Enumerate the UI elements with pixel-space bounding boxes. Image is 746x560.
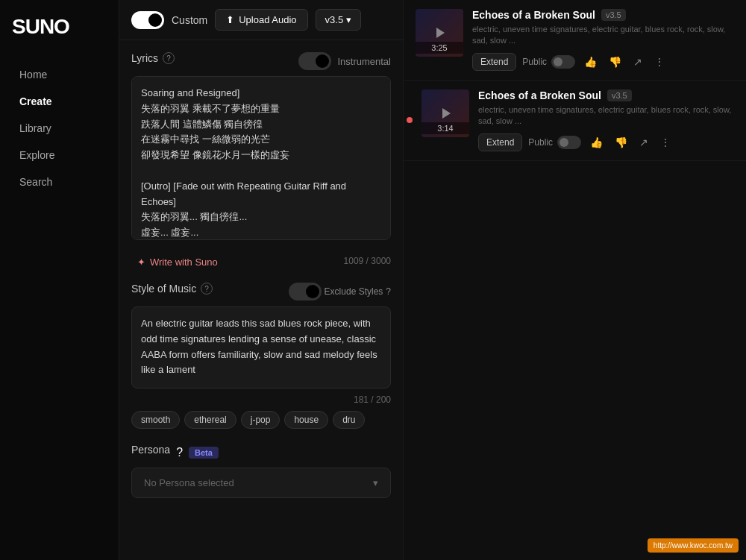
- exclude-help-icon[interactable]: ?: [386, 286, 391, 297]
- sidebar-item-search[interactable]: Search: [12, 170, 107, 194]
- more-button-2[interactable]: ⋮: [657, 133, 674, 151]
- sidebar-item-home[interactable]: Home: [12, 63, 107, 86]
- lyrics-footer: ✦ Write with Suno 1009 / 3000: [131, 248, 391, 271]
- upload-icon: ⬆: [226, 14, 234, 25]
- instrumental-switch[interactable]: [298, 52, 331, 70]
- song-card-2: 3:14 Echoes of a Broken Soul v3.5 electr…: [404, 81, 746, 161]
- upload-audio-button[interactable]: ⬆ Upload Audio: [215, 9, 307, 31]
- exclude-styles: Exclude Styles ?: [289, 283, 391, 301]
- style-tag-smooth[interactable]: smooth: [131, 411, 180, 429]
- style-textarea[interactable]: [131, 306, 391, 388]
- style-header: Style of Music ? Exclude Styles ?: [131, 283, 391, 301]
- song-title-row-2: Echoes of a Broken Soul v3.5: [478, 89, 734, 101]
- sparkle-icon: ✦: [137, 257, 145, 268]
- extend-button-1[interactable]: Extend: [472, 53, 516, 71]
- song-title-2: Echoes of a Broken Soul: [478, 89, 601, 101]
- song-title-row-1: Echoes of a Broken Soul v3.5: [472, 9, 734, 21]
- song-card: 3:25 Echoes of a Broken Soul v3.5 electr…: [404, 0, 746, 81]
- lyrics-textarea-wrapper: [131, 76, 391, 243]
- song-tags-2: electric, uneven time signatures, electr…: [478, 104, 734, 128]
- song-title-1: Echoes of a Broken Soul: [472, 9, 595, 21]
- song-duration-1: 3:25: [416, 42, 463, 54]
- style-section-label: Style of Music ?: [131, 283, 213, 295]
- more-button-1[interactable]: ⋮: [651, 53, 668, 71]
- sidebar-item-explore[interactable]: Explore: [12, 143, 107, 167]
- share-button-1[interactable]: ↗: [630, 53, 645, 71]
- lyrics-char-count: 1009 / 3000: [344, 256, 391, 266]
- song-version-1: v3.5: [601, 9, 626, 21]
- sidebar-nav: Home Create Library Explore Search: [12, 63, 107, 197]
- song-actions-1: Extend Public 👍 👎 ↗ ⋮: [472, 53, 734, 71]
- version-button[interactable]: v3.5 ▾: [316, 9, 362, 31]
- style-help-icon[interactable]: ?: [201, 283, 213, 295]
- public-switch-1[interactable]: [551, 55, 575, 69]
- playing-indicator: [407, 117, 413, 123]
- style-tag-house[interactable]: house: [284, 411, 328, 429]
- song-duration-2: 3:14: [421, 122, 469, 134]
- public-switch-2[interactable]: [557, 136, 581, 149]
- song-tags-1: electric, uneven time signatures, electr…: [472, 24, 734, 47]
- custom-label: Custom: [172, 14, 207, 26]
- extend-button-2[interactable]: Extend: [478, 133, 522, 151]
- beta-badge: Beta: [189, 447, 219, 459]
- exclude-styles-toggle[interactable]: [289, 283, 322, 301]
- style-tag-jpop[interactable]: j-pop: [241, 411, 280, 429]
- persona-section-label: Persona: [131, 444, 170, 456]
- sidebar: SUNO Home Create Library Explore Search: [0, 0, 119, 560]
- like-button-1[interactable]: 👍: [581, 53, 600, 71]
- lyrics-help-icon[interactable]: ?: [163, 52, 175, 64]
- share-button-2[interactable]: ↗: [636, 133, 651, 151]
- toolbar: Custom ⬆ Upload Audio v3.5 ▾: [119, 0, 403, 40]
- style-section: Style of Music ? Exclude Styles ? 181 / …: [131, 283, 391, 429]
- style-tag-ethereal[interactable]: ethereal: [184, 411, 236, 429]
- svg-marker-0: [436, 28, 445, 38]
- persona-header: Persona ? Beta: [131, 444, 391, 462]
- chevron-down-icon: ▾: [373, 477, 378, 488]
- like-button-2[interactable]: 👍: [587, 133, 606, 151]
- style-textarea-wrapper: [131, 306, 391, 391]
- persona-placeholder: No Persona selected: [144, 477, 234, 488]
- persona-section: Persona ? Beta No Persona selected ▾: [131, 444, 391, 498]
- style-tags: smooth ethereal j-pop house dru: [131, 411, 391, 429]
- song-thumbnail-2[interactable]: 3:14: [421, 89, 469, 137]
- song-info-2: Echoes of a Broken Soul v3.5 electric, u…: [478, 89, 734, 151]
- svg-marker-1: [442, 108, 451, 119]
- write-with-suno-button[interactable]: ✦ Write with Suno: [131, 254, 224, 271]
- form-area: Lyrics ? Instrumental ✦ Write with Suno …: [119, 40, 403, 510]
- lyrics-section-label: Lyrics ?: [131, 52, 175, 64]
- public-toggle-2: Public: [528, 136, 581, 149]
- sidebar-item-create[interactable]: Create: [12, 89, 107, 113]
- chevron-down-icon: ▾: [346, 14, 351, 25]
- app-logo: SUNO: [12, 15, 107, 39]
- persona-help-icon[interactable]: ?: [176, 446, 183, 459]
- song-thumbnail-1[interactable]: 3:25: [416, 9, 463, 57]
- song-actions-2: Extend Public 👍 👎 ↗ ⋮: [478, 133, 734, 151]
- song-version-2: v3.5: [607, 89, 632, 101]
- custom-toggle[interactable]: [131, 11, 164, 29]
- main-content: Custom ⬆ Upload Audio v3.5 ▾ Lyrics ? In…: [119, 0, 403, 560]
- song-info-1: Echoes of a Broken Soul v3.5 electric, u…: [472, 9, 734, 71]
- right-panel: 3:25 Echoes of a Broken Soul v3.5 electr…: [403, 0, 746, 560]
- style-char-count: 181 / 200: [131, 394, 391, 405]
- lyrics-header: Lyrics ? Instrumental: [131, 52, 391, 70]
- lyrics-textarea[interactable]: [131, 76, 391, 240]
- public-toggle-1: Public: [522, 55, 575, 69]
- dislike-button-2[interactable]: 👎: [612, 133, 630, 151]
- instrumental-toggle: Instrumental: [298, 52, 391, 70]
- sidebar-item-library[interactable]: Library: [12, 116, 107, 140]
- persona-select[interactable]: No Persona selected ▾: [131, 468, 391, 498]
- style-tag-dru[interactable]: dru: [333, 411, 365, 429]
- dislike-button-1[interactable]: 👎: [606, 53, 624, 71]
